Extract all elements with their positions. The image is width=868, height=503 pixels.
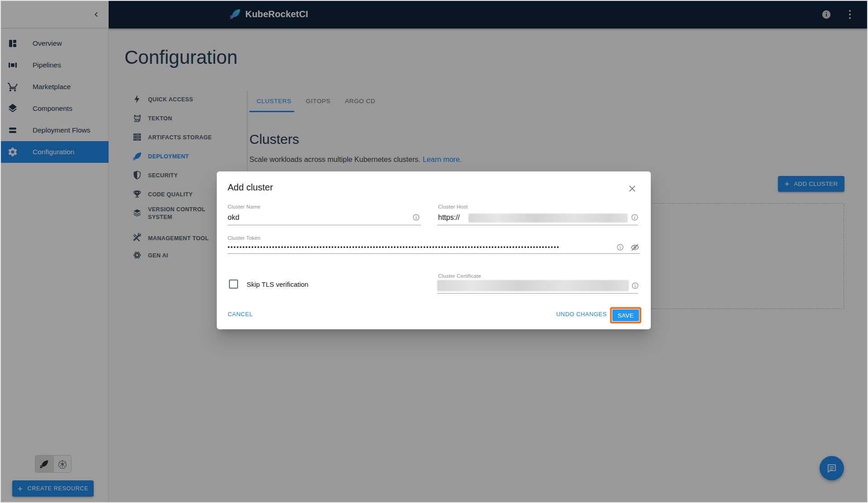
cluster-certificate-underline <box>437 293 638 294</box>
skip-tls-label: Skip TLS verification <box>247 280 308 288</box>
dialog-title: Add cluster <box>228 182 273 193</box>
info-outline-icon[interactable] <box>412 214 420 222</box>
info-outline-icon[interactable] <box>631 282 639 290</box>
cluster-host-redacted-value <box>468 214 628 223</box>
visibility-off-icon[interactable] <box>630 243 639 251</box>
add-cluster-dialog: Add cluster Cluster Name okd Cluster Hos… <box>217 171 651 329</box>
cancel-button[interactable]: CANCEL <box>228 311 253 318</box>
cluster-host-input[interactable]: https:// <box>438 214 460 222</box>
cluster-certificate-label: Cluster Certificate <box>438 273 481 279</box>
cluster-token-input[interactable]: ••••••••••••••••••••••••••••••••••••••••… <box>228 243 615 252</box>
cluster-certificate-redacted-value <box>437 280 629 291</box>
cluster-token-underline <box>228 253 640 254</box>
dialog-close-button[interactable] <box>626 182 639 195</box>
app-window: Overview Pipelines Marketplace Component… <box>0 0 868 503</box>
info-outline-icon[interactable] <box>616 243 625 252</box>
cluster-name-underline <box>228 225 421 225</box>
undo-changes-button[interactable]: UNDO CHANGES <box>556 311 607 318</box>
save-button[interactable]: SAVE <box>612 309 639 321</box>
cluster-name-label: Cluster Name <box>228 204 261 209</box>
cluster-host-underline <box>437 225 638 225</box>
cluster-host-label: Cluster Host <box>438 204 468 209</box>
cluster-token-label: Cluster Token <box>228 235 261 241</box>
cluster-name-input[interactable]: okd <box>228 214 239 222</box>
skip-tls-checkbox[interactable] <box>229 280 238 289</box>
info-outline-icon[interactable] <box>631 214 639 222</box>
close-icon <box>627 184 637 194</box>
save-button-highlight-ring: SAVE <box>610 307 641 323</box>
